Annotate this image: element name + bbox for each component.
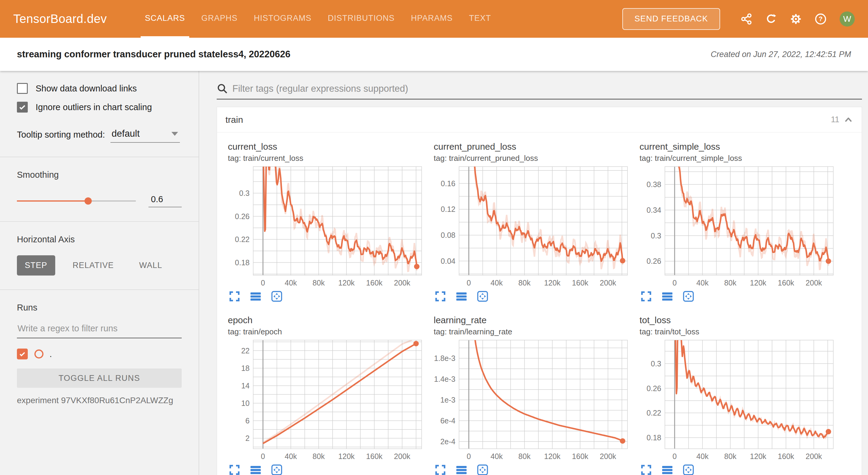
chart-svg-learning_rate[interactable]: 1.8e-31.4e-31e-36e-42e-4040k80k120k160k2… — [434, 338, 630, 462]
tooltip-sorting-select[interactable]: default — [111, 128, 180, 143]
fit-domain-icon[interactable] — [270, 463, 283, 475]
checkbox-label: Show data download links — [36, 84, 137, 94]
y-tick-label: 0.3 — [651, 231, 661, 240]
x-tick-label: 80k — [519, 452, 531, 461]
expand-icon[interactable] — [434, 463, 447, 475]
tab-scalars[interactable]: SCALARS — [141, 0, 189, 38]
runs-menu-icon[interactable] — [455, 290, 468, 303]
y-tick-label: 0.22 — [235, 235, 250, 244]
fit-domain-icon[interactable] — [682, 290, 695, 303]
user-avatar[interactable]: W — [840, 11, 855, 27]
settings-checkbox-row[interactable]: Ignore outliers in chart scaling — [17, 102, 182, 113]
checkbox-unchecked[interactable] — [17, 83, 28, 94]
x-tick-label: 160k — [778, 279, 794, 287]
horizontal-axis-label: Horizontal Axis — [17, 234, 182, 245]
chart-svg-epoch[interactable]: 2218141062040k80k120k160k200k — [228, 338, 424, 462]
tab-distributions[interactable]: DISTRIBUTIONS — [323, 0, 399, 38]
smoothed-series-line — [469, 164, 623, 261]
refresh-icon[interactable] — [765, 13, 777, 25]
expand-icon[interactable] — [228, 463, 241, 475]
chart-svg-current_pruned_loss[interactable]: 0.160.120.080.04040k80k120k160k200k — [434, 164, 630, 288]
check-icon — [18, 103, 27, 112]
x-tick-label: 0 — [673, 452, 677, 461]
y-tick-label: 0.26 — [647, 384, 661, 392]
x-tick-label: 200k — [806, 452, 822, 461]
tag-group-meta: 11 — [831, 115, 853, 125]
smoothing-value[interactable]: 0.6 — [149, 194, 182, 207]
settings-checkbox-row[interactable]: Show data download links — [17, 83, 182, 94]
runs-menu-icon[interactable] — [455, 463, 468, 475]
x-tick-label: 120k — [544, 452, 561, 461]
content: Show data download linksIgnore outliers … — [0, 71, 868, 475]
settings-icon[interactable] — [790, 13, 802, 25]
fit-domain-icon[interactable] — [476, 290, 489, 303]
expand-icon[interactable] — [228, 290, 241, 303]
chart-svg-current_loss[interactable]: 0.30.260.220.18040k80k120k160k200k — [228, 164, 424, 288]
toggle-all-runs-button[interactable]: TOGGLE ALL RUNS — [17, 369, 182, 388]
tag-group-header[interactable]: train 11 — [217, 107, 862, 132]
y-tick-label: 14 — [241, 381, 250, 390]
chart-title: learning_rate — [434, 315, 637, 325]
expand-icon[interactable] — [640, 463, 653, 475]
runs-menu-icon[interactable] — [661, 463, 674, 475]
runs-menu-icon[interactable] — [249, 290, 262, 303]
haxis-option-step[interactable]: STEP — [17, 255, 55, 276]
y-tick-label: 1.8e-3 — [434, 354, 456, 362]
runs-menu-icon[interactable] — [661, 290, 674, 303]
fit-domain-icon[interactable] — [270, 290, 283, 303]
run-checkbox[interactable] — [17, 349, 28, 359]
y-tick-label: 2e-4 — [440, 437, 456, 446]
tab-text[interactable]: TEXT — [465, 0, 495, 38]
expand-icon[interactable] — [434, 290, 447, 303]
chart-svg-tot_loss[interactable]: 0.30.260.220.18040k80k120k160k200k — [640, 338, 836, 462]
x-tick-label: 40k — [490, 279, 503, 287]
y-tick-label: 0.3 — [651, 359, 661, 368]
nav-tabs: SCALARSGRAPHSHISTOGRAMSDISTRIBUTIONSHPAR… — [141, 0, 503, 38]
series-end-dot — [413, 341, 419, 346]
raw-series-line — [675, 164, 829, 269]
x-tick-label: 40k — [285, 452, 297, 461]
x-tick-label: 80k — [519, 279, 531, 287]
tab-hparams[interactable]: HPARAMS — [407, 0, 457, 38]
x-tick-label: 160k — [366, 452, 383, 461]
chart-tag: tag: train/tot_loss — [640, 327, 842, 337]
run-list-item[interactable]: . — [17, 349, 182, 359]
checkbox-label: Ignore outliers in chart scaling — [36, 102, 152, 112]
haxis-option-relative[interactable]: RELATIVE — [65, 255, 122, 276]
y-tick-label: 0.12 — [441, 205, 456, 213]
header-actions: SEND FEEDBACK ? W — [622, 8, 855, 30]
x-tick-label: 120k — [544, 279, 561, 287]
runs-filter-input[interactable] — [17, 323, 182, 338]
tab-histograms[interactable]: HISTOGRAMS — [250, 0, 316, 38]
haxis-option-wall[interactable]: WALL — [131, 255, 170, 276]
fit-domain-icon[interactable] — [682, 463, 695, 475]
chevron-up-icon[interactable] — [843, 115, 853, 125]
help-icon[interactable]: ? — [814, 13, 827, 25]
slider-handle[interactable] — [85, 197, 92, 204]
chart-card-current_pruned_loss: current_pruned_losstag: train/current_pr… — [434, 141, 637, 303]
x-tick-label: 80k — [724, 452, 737, 461]
y-tick-label: 0.08 — [441, 231, 456, 239]
y-tick-label: 0.16 — [441, 179, 456, 188]
smoothing-slider[interactable] — [17, 200, 136, 201]
chart-toolbar — [434, 463, 637, 475]
fit-domain-icon[interactable] — [476, 463, 489, 475]
dashboard-main: train 11 current_losstag: train/current_… — [199, 71, 868, 475]
divider — [0, 157, 198, 157]
series-end-dot — [826, 429, 831, 434]
share-icon[interactable] — [740, 13, 752, 25]
slider-fill — [17, 200, 88, 201]
chart-toolbar — [228, 463, 431, 475]
tag-filter-input[interactable] — [232, 83, 862, 94]
send-feedback-button[interactable]: SEND FEEDBACK — [622, 8, 720, 30]
checkbox-checked[interactable] — [17, 102, 28, 113]
chart-tag: tag: train/current_pruned_loss — [434, 154, 637, 163]
runs-menu-icon[interactable] — [249, 463, 262, 475]
chart-svg-current_simple_loss[interactable]: 0.380.340.30.26040k80k120k160k200k — [640, 164, 836, 288]
tab-graphs[interactable]: GRAPHS — [197, 0, 242, 38]
y-tick-label: 0.26 — [647, 257, 661, 265]
run-name: . — [50, 349, 52, 359]
expand-icon[interactable] — [640, 290, 653, 303]
x-tick-label: 0 — [261, 279, 265, 287]
smoothed-series-line — [263, 344, 416, 444]
